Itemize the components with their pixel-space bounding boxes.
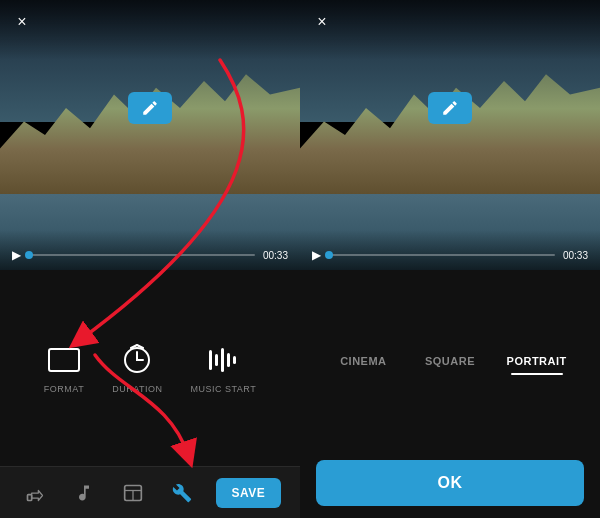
- format-item-music[interactable]: MUSIC START: [191, 342, 257, 394]
- pencil-icon-right: [441, 99, 459, 117]
- layout-icon-button[interactable]: [117, 477, 149, 509]
- format-item-duration[interactable]: DURATION: [112, 342, 162, 394]
- time-label-right: 00:33: [563, 250, 588, 261]
- play-button-left[interactable]: ▶: [12, 248, 21, 262]
- left-panel: × ▶ 00:33: [0, 0, 300, 518]
- video-preview-right[interactable]: × ▶ 00:33: [300, 0, 600, 270]
- share-icon-button[interactable]: [19, 477, 51, 509]
- svg-rect-2: [209, 350, 212, 370]
- ok-button[interactable]: OK: [316, 460, 584, 506]
- format-option-cinema[interactable]: CINEMA: [320, 347, 407, 375]
- format-controls: FORMAT DURATION: [0, 270, 300, 466]
- toolbar-left: SAVE: [0, 466, 300, 518]
- video-preview-left[interactable]: × ▶ 00:33: [0, 0, 300, 270]
- format-label-music: MUSIC START: [191, 384, 257, 394]
- play-button-right[interactable]: ▶: [312, 248, 321, 262]
- video-landscape-left: [0, 0, 300, 270]
- format-option-square[interactable]: SQUARE: [407, 347, 494, 375]
- overlay-top: [0, 0, 300, 60]
- edit-badge-right[interactable]: [428, 92, 472, 124]
- time-label-left: 00:33: [263, 250, 288, 261]
- progress-thumb-right[interactable]: [325, 251, 333, 259]
- duration-icon: [119, 342, 155, 378]
- svg-rect-7: [27, 494, 31, 500]
- save-button[interactable]: SAVE: [216, 478, 282, 508]
- format-icon-screen: [46, 342, 82, 378]
- edit-badge-left[interactable]: [128, 92, 172, 124]
- progress-track-left[interactable]: [29, 254, 255, 256]
- progress-track-right[interactable]: [329, 254, 555, 256]
- format-item-format[interactable]: FORMAT: [44, 342, 84, 394]
- bottom-area-right: CINEMA SQUARE PORTRAIT OK: [300, 270, 600, 518]
- close-button-left[interactable]: ×: [10, 10, 34, 34]
- svg-rect-0: [49, 349, 79, 371]
- format-selector: CINEMA SQUARE PORTRAIT: [300, 270, 600, 452]
- close-button-right[interactable]: ×: [310, 10, 334, 34]
- pencil-icon-left: [141, 99, 159, 117]
- progress-thumb-left[interactable]: [25, 251, 33, 259]
- music-icon-button[interactable]: [68, 477, 100, 509]
- settings-icon-button[interactable]: [166, 477, 198, 509]
- svg-rect-5: [227, 353, 230, 367]
- video-landscape-right: [300, 0, 600, 270]
- playback-bar-left: ▶ 00:33: [12, 248, 288, 262]
- playback-bar-right: ▶ 00:33: [312, 248, 588, 262]
- music-start-icon: [205, 342, 241, 378]
- ok-button-container: OK: [300, 452, 600, 518]
- svg-rect-6: [233, 356, 236, 364]
- format-label-format: FORMAT: [44, 384, 84, 394]
- overlay-top-right: [300, 0, 600, 60]
- bottom-area-left: FORMAT DURATION: [0, 270, 300, 518]
- svg-rect-3: [215, 354, 218, 366]
- svg-rect-4: [221, 348, 224, 372]
- panel-left: × ▶ 00:33: [0, 0, 300, 518]
- format-label-duration: DURATION: [112, 384, 162, 394]
- format-option-portrait[interactable]: PORTRAIT: [493, 347, 580, 375]
- panel-right: × ▶ 00:33 CINEMA SQUARE PORTRAIT OK: [300, 0, 600, 518]
